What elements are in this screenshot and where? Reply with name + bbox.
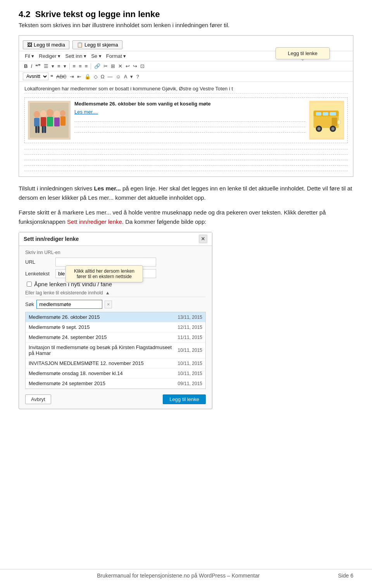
lock-button[interactable]: 🔒 <box>83 73 92 80</box>
redo-button[interactable]: ↪ <box>132 62 138 70</box>
section-title: 4.2 Skrive tekst og legge inn lenke <box>19 9 353 19</box>
result-row[interactable]: Medlemsmøte 24 september 201509/11, 2015 <box>26 379 205 389</box>
link-button[interactable]: 🔗 <box>93 62 102 70</box>
dialog-close-button[interactable]: × <box>199 235 207 243</box>
toolbar-sep-1 <box>69 63 70 69</box>
result-row[interactable]: INVITASJON MEDLEMSMØTE 12. november 2015… <box>26 358 205 368</box>
url-label: URL <box>25 259 52 265</box>
add-media-button[interactable]: 🖼 Legg til media <box>23 40 69 49</box>
result-title: Medlemsmøte 24 september 2015 <box>29 380 178 386</box>
svg-rect-11 <box>35 126 37 133</box>
indent-button[interactable]: ⇥ <box>69 73 75 80</box>
search-row: Søk × <box>25 300 206 309</box>
fullscreen-button[interactable]: ⊡ <box>139 62 146 70</box>
dashed-rows <box>74 118 305 133</box>
editor-first-line-text: Lokalforeningen har medlemmer som er bos… <box>24 86 233 92</box>
menu-sett-inn[interactable]: Sett inn ▾ <box>63 52 88 60</box>
special-char-button[interactable]: ◇ <box>93 73 99 80</box>
media-icon: 🖼 <box>27 42 32 48</box>
meeting-title: Medlemsmøte 26. oktober ble som vanlig e… <box>74 101 305 107</box>
result-date: 11/11, 2015 <box>178 335 202 340</box>
unlink-button[interactable]: ✂ <box>102 62 109 70</box>
add-link-button[interactable]: Legg til lenke <box>163 394 206 404</box>
callout-label-text: Legg til lenke <box>288 50 318 56</box>
svg-rect-20 <box>330 112 336 116</box>
les-mer-link[interactable]: Les mer.... <box>74 109 305 115</box>
section-subtitle: Teksten som skrives inn bør illustrere i… <box>19 22 353 28</box>
svg-point-5 <box>46 109 53 117</box>
blockquote-button[interactable]: ❝ <box>49 73 54 80</box>
remove-format-button[interactable]: ✕ <box>117 62 124 70</box>
close-icon: × <box>201 235 205 242</box>
ol-dropdown[interactable]: ▾ <box>62 62 67 70</box>
svg-rect-12 <box>38 126 40 133</box>
add-media-label: Legg til media <box>34 42 65 48</box>
search-results-list: Medlemsmøte 26. oktober 201513/11, 2015M… <box>25 312 206 389</box>
extra-line-3 <box>24 156 348 160</box>
font-color-button[interactable]: A <box>123 73 129 80</box>
link-text-label: Lenketekst <box>25 271 52 277</box>
result-row[interactable]: Invitasjon til medlemsmøte og besøk på K… <box>26 342 205 358</box>
footer-center: Brukermanual for telepensjonistene.no på… <box>97 572 260 579</box>
menu-format[interactable]: Format ▾ <box>104 52 128 60</box>
result-date: 10/11, 2015 <box>178 371 202 376</box>
toolbar-row-2: Avsnitt ❝ ABC ⇥ ⇤ 🔒 ◇ Ω — ☺ A ▾ ? <box>19 71 353 82</box>
add-form-button[interactable]: 📋 Legg til skjema <box>72 40 122 49</box>
bold-button[interactable]: B <box>23 62 29 70</box>
result-row[interactable]: Medlemsmøte 24. september 201511/11, 201… <box>26 332 205 342</box>
image-bus <box>309 101 344 140</box>
search-label: Søk <box>25 301 34 307</box>
svg-point-25 <box>331 127 334 130</box>
result-date: 09/11, 2015 <box>178 381 202 386</box>
extra-line-1 <box>24 145 348 149</box>
ul-button[interactable]: ☰ <box>43 62 50 70</box>
or-divider: Eller lag lenke til eksisterende innhold… <box>25 290 206 297</box>
svg-rect-19 <box>323 112 328 116</box>
extra-line-4 <box>24 162 348 166</box>
hr-button[interactable]: — <box>106 73 114 80</box>
menu-rediger[interactable]: Rediger ▾ <box>37 52 62 60</box>
svg-rect-21 <box>332 118 337 126</box>
emoji-button[interactable]: ☺ <box>114 73 122 80</box>
sett-inn-link-text: Sett inn/rediger lenke <box>67 218 122 225</box>
result-title: Medlemsmøte 9 sept. 2015 <box>29 324 178 330</box>
menu-se[interactable]: Se ▾ <box>89 52 103 60</box>
dialog-body: Skriv inn URL-en URL Lenketekst Åpne len… <box>19 246 212 391</box>
result-title: Medlemsmøte 26. oktober 2015 <box>29 314 178 320</box>
open-new-window-checkbox[interactable] <box>27 282 32 287</box>
ul-dropdown[interactable]: ▾ <box>50 62 55 70</box>
undo-button[interactable]: ↩ <box>124 62 131 70</box>
result-row[interactable]: Medlemsmøte 26. oktober 201513/11, 2015 <box>26 312 205 322</box>
body-para2-end: . Da kommer følgende bilde opp: <box>122 218 207 225</box>
search-input[interactable] <box>36 300 102 309</box>
omega-button[interactable]: Ω <box>100 73 106 80</box>
svg-rect-6 <box>47 117 53 126</box>
footer-right: Side 6 <box>338 572 353 579</box>
align-center-button[interactable]: ≡ <box>78 62 83 70</box>
menu-fil[interactable]: Fil ▾ <box>23 52 36 60</box>
result-date: 10/11, 2015 <box>178 361 202 366</box>
align-right-button[interactable]: ≡ <box>84 62 89 70</box>
search-clear-button[interactable]: × <box>105 301 112 308</box>
or-label-text: Eller lag lenke til eksisterende innhold <box>25 290 103 296</box>
cancel-button[interactable]: Avbryt <box>25 394 51 404</box>
editor-middle-content: Medlemsmøte 26. oktober ble som vanlig e… <box>74 101 305 134</box>
strikethrough-button[interactable]: ABC <box>55 73 68 80</box>
paragraph-select[interactable]: Avsnitt <box>23 73 48 80</box>
svg-rect-4 <box>41 117 46 126</box>
result-row[interactable]: Medlemsmøte 9 sept. 201512/11, 2015 <box>26 322 205 332</box>
editor-extra-lines <box>24 145 348 171</box>
help-button[interactable]: ? <box>135 73 140 80</box>
font-color-dropdown[interactable]: ▾ <box>129 73 134 80</box>
ol-button[interactable]: ≡ <box>56 62 62 70</box>
result-title: Invitasjon til medlemsmøte og besøk på K… <box>29 344 178 356</box>
italic-button[interactable]: I <box>29 62 33 70</box>
section-heading-text: Skrive tekst og legge inn lenke <box>35 9 160 19</box>
url-section-label: Skriv inn URL-en <box>25 250 206 255</box>
align-left-button[interactable]: ≡ <box>72 62 77 70</box>
image-group-people <box>28 101 71 140</box>
outdent-button[interactable]: ⇤ <box>76 73 83 80</box>
quote-button[interactable]: ❝❞ <box>34 62 42 70</box>
result-row[interactable]: Medlemsmøte onsdag 18. november kl.1410/… <box>26 368 205 379</box>
table-button[interactable]: ⊞ <box>110 62 116 70</box>
